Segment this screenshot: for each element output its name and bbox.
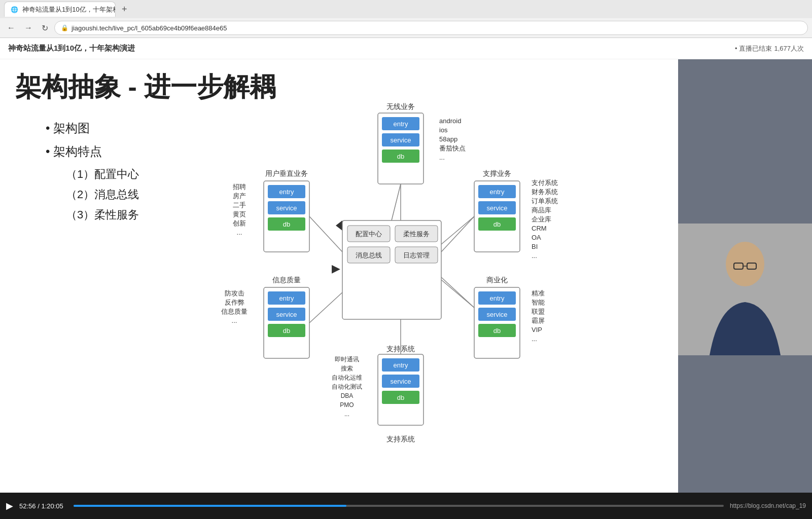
svg-text:db: db bbox=[493, 327, 501, 335]
svg-text:柔性服务: 柔性服务 bbox=[403, 230, 430, 238]
time-display: 52:56 / 1:20:05 bbox=[19, 502, 63, 510]
svg-text:db: db bbox=[283, 220, 290, 228]
browser-chrome: 🌐 神奇站流量从1到10亿，十年架构... × + ← → ↻ 🔒 jiagou… bbox=[0, 0, 812, 38]
svg-text:service: service bbox=[486, 204, 507, 212]
svg-text:黄页: 黄页 bbox=[233, 210, 246, 218]
svg-text:OA: OA bbox=[532, 234, 541, 241]
forward-button[interactable]: → bbox=[21, 22, 36, 33]
svg-text:创新: 创新 bbox=[233, 219, 246, 227]
svg-text:...: ... bbox=[344, 411, 349, 418]
bottom-bar: ▶ 52:56 / 1:20:05 https://blog.csdn.net/… bbox=[0, 493, 812, 519]
svg-text:VIP: VIP bbox=[532, 326, 542, 333]
svg-text:entry: entry bbox=[279, 294, 294, 302]
svg-point-108 bbox=[726, 242, 764, 286]
svg-line-105 bbox=[441, 277, 474, 308]
svg-text:service: service bbox=[390, 378, 411, 385]
svg-text:db: db bbox=[493, 220, 501, 228]
tab-title: 神奇站流量从1到10亿，十年架构... bbox=[22, 5, 116, 14]
viewer-count: 1,677人次 bbox=[774, 44, 804, 53]
svg-text:消息总线: 消息总线 bbox=[356, 251, 382, 259]
svg-text:db: db bbox=[397, 153, 404, 160]
svg-text:db: db bbox=[397, 394, 404, 401]
svg-text:番茄快点: 番茄快点 bbox=[439, 144, 466, 152]
svg-text:用户垂直业务: 用户垂直业务 bbox=[265, 169, 308, 177]
svg-text:即时通讯: 即时通讯 bbox=[335, 356, 359, 363]
svg-text:entry: entry bbox=[394, 120, 408, 128]
svg-text:自动化运维: 自动化运维 bbox=[332, 374, 362, 381]
svg-text:招聘: 招聘 bbox=[232, 183, 246, 191]
svg-text:db: db bbox=[283, 327, 290, 335]
svg-text:无线业务: 无线业务 bbox=[386, 102, 415, 110]
svg-text:自动化测试: 自动化测试 bbox=[332, 383, 362, 390]
svg-text:PMO: PMO bbox=[340, 401, 354, 409]
svg-text:...: ... bbox=[532, 335, 537, 343]
svg-text:BI: BI bbox=[532, 243, 538, 250]
progress-fill bbox=[74, 505, 346, 507]
lock-icon: 🔒 bbox=[61, 24, 68, 31]
svg-text:防攻击: 防攻击 bbox=[225, 289, 244, 297]
svg-text:日志管理: 日志管理 bbox=[403, 251, 430, 259]
svg-text:...: ... bbox=[439, 154, 445, 161]
svg-text:商业化: 商业化 bbox=[486, 276, 508, 284]
svg-text:霸屏: 霸屏 bbox=[532, 317, 545, 324]
svg-text:58app: 58app bbox=[439, 135, 457, 143]
main-area: 架构抽象 - 进一步解耦 • 架构图 • 架构特点 （1）配置中心 （2）消息总… bbox=[0, 59, 812, 519]
svg-text:DBA: DBA bbox=[341, 392, 354, 399]
new-tab-button[interactable]: + bbox=[118, 4, 131, 15]
svg-text:service: service bbox=[486, 311, 507, 318]
active-tab[interactable]: 🌐 神奇站流量从1到10亿，十年架构... × bbox=[4, 2, 116, 17]
architecture-diagram: 用户垂直业务 entry service db 招聘 房产 二手 黄页 创新 .… bbox=[198, 90, 583, 455]
dot: • bbox=[735, 45, 737, 52]
svg-text:信息质量: 信息质量 bbox=[221, 308, 248, 315]
stream-title: 神奇站流量从1到10亿，十年架构演进 bbox=[8, 44, 135, 53]
back-button[interactable]: ← bbox=[4, 22, 18, 33]
live-ended-label: 直播已结束 bbox=[739, 44, 772, 53]
svg-text:entry: entry bbox=[394, 361, 408, 369]
svg-text:精准: 精准 bbox=[532, 289, 545, 297]
svg-text:搜索: 搜索 bbox=[341, 365, 353, 372]
url-text: jiagoushi.tech/live_pc/l_605ab69ce4b09f6… bbox=[72, 24, 227, 32]
svg-text:财务系统: 财务系统 bbox=[532, 188, 558, 196]
refresh-button[interactable]: ↻ bbox=[39, 22, 51, 34]
svg-text:...: ... bbox=[232, 317, 237, 324]
svg-text:entry: entry bbox=[490, 188, 505, 196]
progress-bar[interactable] bbox=[74, 505, 724, 507]
bottom-link: https://blog.csdn.net/cap_19 bbox=[730, 502, 806, 509]
webcam-area bbox=[678, 59, 812, 519]
svg-text:二手: 二手 bbox=[233, 201, 246, 209]
svg-text:商品库: 商品库 bbox=[532, 206, 551, 214]
svg-text:订单系统: 订单系统 bbox=[532, 197, 558, 205]
svg-text:service: service bbox=[276, 311, 297, 318]
svg-text:entry: entry bbox=[279, 188, 294, 196]
svg-text:支持系统: 支持系统 bbox=[386, 435, 415, 443]
svg-text:service: service bbox=[276, 204, 297, 212]
play-button[interactable]: ▶ bbox=[6, 500, 13, 511]
svg-text:android: android bbox=[439, 117, 461, 125]
svg-text:▶: ▶ bbox=[332, 262, 340, 275]
address-bar[interactable]: 🔒 jiagoushi.tech/live_pc/l_605ab69ce4b09… bbox=[54, 21, 808, 35]
svg-text:...: ... bbox=[532, 252, 537, 260]
svg-line-103 bbox=[392, 184, 401, 220]
svg-marker-14 bbox=[336, 220, 342, 231]
stream-info: • 直播已结束 1,677人次 bbox=[735, 44, 804, 53]
slide-area: 架构抽象 - 进一步解耦 • 架构图 • 架构特点 （1）配置中心 （2）消息总… bbox=[0, 59, 678, 519]
svg-text:联盟: 联盟 bbox=[532, 308, 545, 315]
svg-line-102 bbox=[309, 216, 342, 252]
svg-line-41 bbox=[309, 292, 342, 323]
svg-text:...: ... bbox=[237, 229, 242, 236]
svg-text:entry: entry bbox=[490, 294, 505, 302]
svg-text:智能: 智能 bbox=[532, 299, 545, 306]
svg-text:支付系统: 支付系统 bbox=[532, 179, 558, 187]
svg-text:支撑业务: 支撑业务 bbox=[483, 169, 511, 177]
svg-text:反作弊: 反作弊 bbox=[225, 299, 244, 306]
top-status-bar: 神奇站流量从1到10亿，十年架构演进 • 直播已结束 1,677人次 bbox=[0, 38, 812, 59]
svg-text:CRM: CRM bbox=[532, 225, 547, 232]
svg-text:service: service bbox=[390, 136, 411, 144]
tab-bar: 🌐 神奇站流量从1到10亿，十年架构... × + bbox=[0, 0, 812, 18]
svg-text:ios: ios bbox=[439, 126, 448, 134]
address-bar-row: ← → ↻ 🔒 jiagoushi.tech/live_pc/l_605ab69… bbox=[0, 18, 812, 38]
webcam-feed bbox=[678, 59, 812, 519]
svg-line-104 bbox=[441, 216, 474, 252]
svg-line-76 bbox=[441, 216, 474, 244]
tab-favicon: 🌐 bbox=[11, 6, 18, 13]
